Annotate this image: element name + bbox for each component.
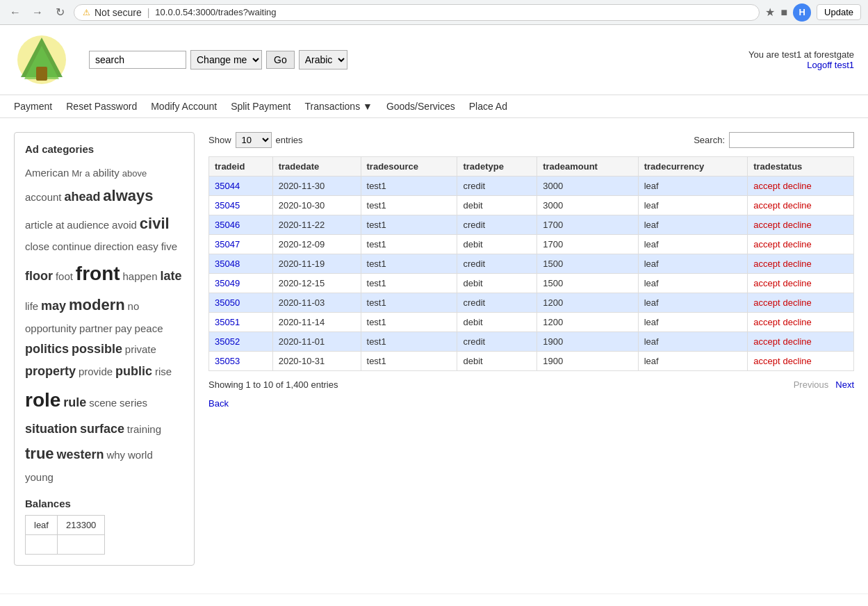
word-cloud-item[interactable]: modern xyxy=(69,296,125,313)
word-cloud-item[interactable]: young xyxy=(25,471,54,483)
word-cloud-item[interactable]: scene xyxy=(89,397,117,409)
word-cloud-item[interactable]: possible xyxy=(72,342,122,356)
nav-payment[interactable]: Payment xyxy=(14,101,52,112)
language-select[interactable]: Arabic xyxy=(299,50,347,69)
word-cloud-item[interactable]: situation xyxy=(25,422,77,436)
word-cloud-item[interactable]: private xyxy=(125,343,156,355)
word-cloud-item[interactable]: rise xyxy=(155,366,172,377)
word-cloud-item[interactable]: role xyxy=(25,389,60,411)
reload-button[interactable]: ↻ xyxy=(51,4,68,21)
nav-split-payment[interactable]: Split Payment xyxy=(231,101,290,112)
forward-nav-button[interactable]: → xyxy=(29,4,46,21)
word-cloud-item[interactable]: life xyxy=(25,300,38,312)
entries-select[interactable]: 10 25 50 100 xyxy=(236,132,272,148)
word-cloud-item[interactable]: pay xyxy=(115,322,132,334)
accept-link[interactable]: accept xyxy=(753,220,780,230)
decline-link[interactable]: decline xyxy=(783,259,812,269)
word-cloud-item[interactable]: why xyxy=(106,449,125,461)
tradeid-link[interactable]: 35051 xyxy=(215,317,240,327)
word-cloud-item[interactable]: opportunity xyxy=(25,322,76,334)
word-cloud-item[interactable]: Mr xyxy=(72,168,82,179)
word-cloud-item[interactable]: audience xyxy=(67,219,109,231)
accept-link[interactable]: accept xyxy=(753,239,780,249)
nav-goods-services[interactable]: Goods/Services xyxy=(386,101,455,112)
word-cloud-item[interactable]: late xyxy=(160,269,181,283)
word-cloud-item[interactable]: floor xyxy=(25,269,53,283)
accept-link[interactable]: accept xyxy=(753,259,780,269)
decline-link[interactable]: decline xyxy=(783,220,812,230)
accept-link[interactable]: accept xyxy=(753,278,780,288)
word-cloud-item[interactable]: civil xyxy=(140,215,170,232)
word-cloud-item[interactable]: always xyxy=(103,187,153,204)
accept-link[interactable]: accept xyxy=(753,356,780,366)
word-cloud-item[interactable]: world xyxy=(128,449,153,461)
tradeid-link[interactable]: 35046 xyxy=(215,220,240,230)
word-cloud-item[interactable]: surface xyxy=(80,422,124,436)
decline-link[interactable]: decline xyxy=(783,181,812,191)
word-cloud-item[interactable]: easy xyxy=(136,240,158,252)
word-cloud-item[interactable]: ahead xyxy=(64,190,100,204)
logoff-link[interactable]: Logoff test1 xyxy=(748,60,854,70)
back-nav-button[interactable]: ← xyxy=(7,4,24,21)
word-cloud-item[interactable]: true xyxy=(25,445,54,462)
word-cloud-item[interactable]: account xyxy=(25,191,62,203)
tradeid-link[interactable]: 35048 xyxy=(215,259,240,269)
accept-link[interactable]: accept xyxy=(753,297,780,308)
decline-link[interactable]: decline xyxy=(783,336,812,347)
nav-transactions[interactable]: Transactions ▼ xyxy=(305,101,372,112)
back-link[interactable]: Back xyxy=(208,398,229,409)
tradeid-link[interactable]: 35049 xyxy=(215,278,240,288)
tradeid-link[interactable]: 35045 xyxy=(215,200,240,211)
tradeid-link[interactable]: 35050 xyxy=(215,297,240,308)
word-cloud-item[interactable]: public xyxy=(115,364,152,378)
accept-link[interactable]: accept xyxy=(753,317,780,327)
go-button[interactable]: Go xyxy=(266,51,295,69)
word-cloud-item[interactable]: rule xyxy=(63,395,86,409)
decline-link[interactable]: decline xyxy=(783,278,812,288)
next-link[interactable]: Next xyxy=(835,379,854,390)
word-cloud-item[interactable]: direction xyxy=(95,240,134,252)
word-cloud-item[interactable]: a xyxy=(85,168,90,179)
word-cloud-item[interactable]: five xyxy=(161,240,177,252)
word-cloud-item[interactable]: western xyxy=(56,448,104,461)
tradeid-link[interactable]: 35052 xyxy=(215,336,240,347)
word-cloud-item[interactable]: article xyxy=(25,219,53,231)
decline-link[interactable]: decline xyxy=(783,297,812,308)
accept-link[interactable]: accept xyxy=(753,181,780,191)
change-select[interactable]: Change me xyxy=(190,50,262,69)
previous-link[interactable]: Previous xyxy=(794,379,829,390)
extensions-button[interactable]: ■ xyxy=(780,6,787,19)
word-cloud-item[interactable]: front xyxy=(76,263,120,284)
table-search-input[interactable] xyxy=(729,132,854,148)
tradeid-link[interactable]: 35044 xyxy=(215,181,240,191)
word-cloud-item[interactable]: foot xyxy=(56,270,73,282)
word-cloud-item[interactable]: above xyxy=(122,168,147,179)
decline-link[interactable]: decline xyxy=(783,239,812,249)
word-cloud-item[interactable]: partner xyxy=(79,322,113,334)
word-cloud-item[interactable]: at xyxy=(56,219,65,231)
decline-link[interactable]: decline xyxy=(783,200,812,211)
tradeid-link[interactable]: 35053 xyxy=(215,356,240,366)
word-cloud-item[interactable]: no xyxy=(128,300,140,312)
word-cloud-item[interactable]: training xyxy=(127,423,161,435)
accept-link[interactable]: accept xyxy=(753,200,780,211)
word-cloud-item[interactable]: avoid xyxy=(112,219,137,231)
word-cloud-item[interactable]: property xyxy=(25,364,76,378)
word-cloud-item[interactable]: may xyxy=(41,299,66,313)
accept-link[interactable]: accept xyxy=(753,336,780,347)
word-cloud-item[interactable]: continue xyxy=(52,240,92,252)
nav-place-ad[interactable]: Place Ad xyxy=(469,101,507,112)
word-cloud-item[interactable]: ability xyxy=(92,167,119,179)
decline-link[interactable]: decline xyxy=(783,356,812,366)
word-cloud-item[interactable]: American xyxy=(25,167,69,179)
word-cloud-item[interactable]: series xyxy=(120,397,147,409)
word-cloud-item[interactable]: provide xyxy=(79,366,113,377)
nav-reset-password[interactable]: Reset Password xyxy=(66,101,137,112)
nav-modify-account[interactable]: Modify Account xyxy=(151,101,217,112)
word-cloud-item[interactable]: peace xyxy=(135,322,163,334)
search-input[interactable] xyxy=(89,51,186,69)
tradeid-link[interactable]: 35047 xyxy=(215,239,240,249)
decline-link[interactable]: decline xyxy=(783,317,812,327)
bookmark-button[interactable]: ★ xyxy=(765,6,775,19)
word-cloud-item[interactable]: politics xyxy=(25,342,69,356)
